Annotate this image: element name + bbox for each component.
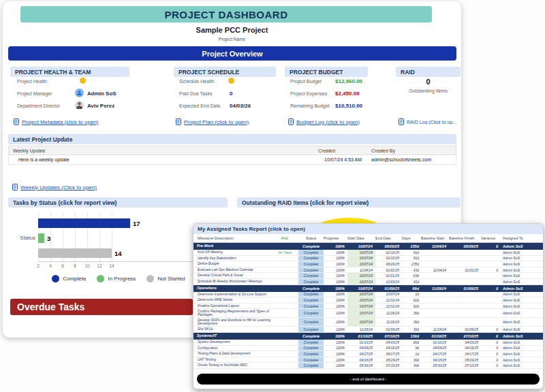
col-weekly-update: Weekly Update	[9, 148, 315, 153]
cell-assigned: Admin SoS	[500, 285, 543, 292]
report-group-row[interactable]: OperationsComplete100%10/07/2401/09/2569…	[193, 285, 543, 292]
raid-title: RAID	[401, 69, 415, 76]
report-group-row[interactable]: Systems/ITComplete100%01/10/2507/10/2513…	[193, 333, 543, 340]
report-title-bar[interactable]: My Assigned Tasks Report (click to open)	[193, 224, 543, 234]
project-plan-link[interactable]: Project Plan (click to open)	[176, 118, 249, 125]
chart-bar-complete[interactable]	[38, 218, 130, 228]
legend-item-not-started: Not Started	[146, 275, 185, 282]
report-task-row[interactable]: Evaluate Lab Ops Blackout CalendarComple…	[193, 267, 543, 274]
cell-baseline_start: 04/17/25	[421, 351, 449, 357]
report-task-row[interactable]: Finalize Operational LayoutComplete100%1…	[193, 304, 543, 310]
cell-start: 11/04/24	[347, 267, 375, 273]
cell-progress: 100%	[324, 363, 347, 368]
report-column-header-row: Milestone DescriptionRiskStatusProgressS…	[193, 234, 543, 243]
project-metadata-link[interactable]: Project Metadata (click to open)	[14, 118, 99, 125]
cell-risk	[271, 340, 298, 345]
project-manager-value: Admin SoS	[87, 91, 116, 97]
end-date-label: Expected End Date	[179, 103, 220, 108]
cell-baseline_start	[421, 292, 449, 297]
weekly-updates-link-text[interactable]: Weekly Updates (Click to open)	[20, 184, 97, 191]
cell-assigned: Admin SoS	[500, 340, 543, 345]
cell-risk	[271, 351, 298, 357]
dashboard-title: PROJECT DASHBOARD	[164, 9, 287, 20]
raid-count: 0	[396, 78, 461, 86]
report-col-baseline-start: Baseline Start	[421, 236, 449, 240]
cell-variance: 0	[481, 243, 500, 250]
cell-risk	[271, 279, 298, 284]
cell-status: Complete	[298, 267, 324, 273]
cell-assigned: Admin SoS	[500, 333, 543, 340]
budget-log-link-text[interactable]: Budget Log (click to open)	[296, 119, 360, 125]
cell-days: 1d	[402, 351, 421, 357]
report-task-row[interactable]: Define BudgetComplete100%10/07/2408/29/2…	[193, 261, 543, 267]
cell-days: 63d	[402, 273, 421, 278]
report-task-row[interactable]: System DevelopmentComplete100%01/10/2504…	[193, 340, 543, 346]
cell-variance	[481, 250, 500, 255]
remaining-label: Remaining Budget	[290, 103, 330, 108]
chart-bar-not-started[interactable]	[38, 248, 112, 258]
report-task-row[interactable]: Testing Plans & Data DevelopmentComplete…	[193, 351, 543, 357]
report-task-row[interactable]: Confirm Packaging Requirements and Types…	[193, 309, 543, 318]
cell-days: 62d	[402, 304, 421, 309]
report-task-row[interactable]: Develop Critical Path & VisualComplete10…	[193, 273, 543, 279]
cell-start: 04/18/25	[347, 357, 375, 363]
legend-dot	[146, 275, 154, 282]
cell-start: 10/07/24	[347, 243, 375, 250]
cell-variance	[481, 309, 500, 317]
col-created-by: Created By	[369, 148, 456, 153]
report-task-row[interactable]: Onsite Testing in NorthVale MDCComplete1…	[193, 363, 543, 369]
cell-progress: 100%	[324, 279, 347, 284]
project-overview-title: Project Overview	[202, 50, 262, 58]
report-task-row[interactable]: Kick Off MeetingOn TrackComplete100%10/0…	[193, 250, 543, 256]
project-metadata-link-text[interactable]: Project Metadata (click to open)	[22, 119, 99, 125]
raid-log-link-text[interactable]: RAID Log (Click to op...	[407, 120, 456, 125]
report-task-row[interactable]: Determine Implementation & Go-Live Suppo…	[193, 292, 543, 298]
report-task-row[interactable]: Schedule Bi-Weekly Workstream MeetingsCo…	[193, 279, 543, 285]
raid-items-header[interactable]: Outstanding RAID Items (click for report…	[237, 197, 461, 208]
cell-end: 11/26/24	[375, 318, 402, 326]
report-group-row[interactable]: Pre-WorkComplete100%10/07/2408/29/25235d…	[193, 243, 543, 250]
col-created: Created	[315, 148, 369, 153]
cell-milestone: Configuration	[193, 346, 271, 351]
budget-label: Project Budget	[290, 79, 322, 84]
cell-progress: 100%	[324, 285, 347, 292]
project-plan-link-text[interactable]: Project Plan (click to open)	[184, 119, 249, 125]
report-task-row[interactable]: Determine MHE NeedsComplete100%10/07/241…	[193, 297, 543, 304]
cell-baseline_finish: 07/10/25	[449, 363, 481, 368]
report-col-variance: Variance	[481, 236, 500, 240]
report-table-body: Pre-WorkComplete100%10/07/2408/29/25235d…	[193, 243, 543, 369]
cell-baseline_finish: 04/03/25	[449, 340, 481, 345]
cell-baseline_finish: 01/01/25	[449, 267, 481, 273]
tasks-by-status-header[interactable]: Tasks by Status (click for report view)	[8, 197, 228, 208]
cell-days: 69d	[402, 285, 421, 292]
report-task-row[interactable]: Slot SKUsComplete100%11/29/2401/09/2530d…	[193, 327, 543, 333]
cell-end: 10/07/24	[375, 292, 402, 297]
cell-progress: 100%	[324, 243, 347, 250]
cell-milestone: Define Budget	[193, 261, 271, 267]
weekly-updates-link[interactable]: Weekly Updates (Click to open)	[12, 184, 97, 191]
cell-start: 10/07/24	[347, 318, 375, 326]
report-task-row[interactable]: ConfigurationComplete100%04/04/2504/16/2…	[193, 346, 543, 352]
assigned-tasks-report-window: My Assigned Tasks Report (click to open)…	[193, 223, 544, 389]
report-col-baseline-finish: Baseline Finish	[449, 236, 481, 240]
cell-milestone: Onsite Testing in NorthVale MDC	[193, 363, 271, 368]
budget-log-link[interactable]: Budget Log (click to open)	[288, 118, 360, 125]
raid-log-link[interactable]: RAID Log (Click to op...	[399, 118, 461, 125]
report-task-row[interactable]: Identify Key StakeholdersComplete100%10/…	[193, 256, 543, 262]
report-task-row[interactable]: Develop SOPs and Distribute to HR for Le…	[193, 318, 543, 327]
department-director-label: Department Director	[17, 103, 60, 108]
cell-baseline_finish	[449, 297, 481, 303]
cell-status: Complete	[298, 292, 324, 297]
cell-risk	[271, 261, 298, 267]
cell-assigned: Admin SoS	[500, 279, 543, 284]
update-table-row[interactable]: Here is a weekly update 10/07/24 4:53 AM…	[8, 155, 456, 165]
report-col-progress: Progress	[324, 236, 347, 240]
cell-status: Complete	[298, 297, 324, 303]
report-task-row[interactable]: UAT TestingComplete100%04/18/2505/29/253…	[193, 357, 543, 363]
chart-bar-in-progress[interactable]	[38, 233, 44, 243]
cell-risk	[271, 363, 298, 368]
raid-items-title: Outstanding RAID Items (click for report…	[242, 199, 369, 206]
chart-bar-value: 3	[47, 235, 50, 242]
cell-risk: On Track	[271, 250, 298, 255]
cell-end: 11/26/24	[375, 309, 402, 317]
